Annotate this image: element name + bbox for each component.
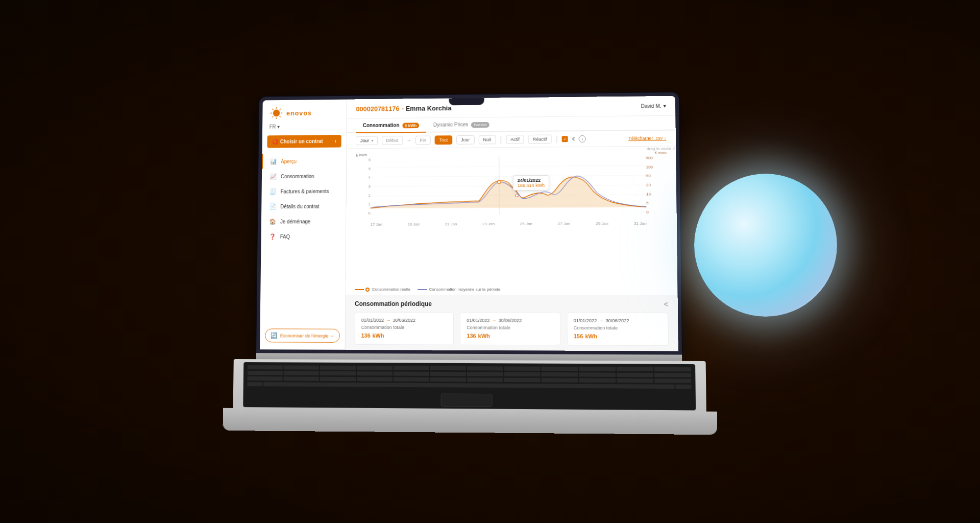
- top-header: 000020781176 - Emma Korchia David M. ▾: [347, 96, 676, 119]
- checkbox-euro[interactable]: ✓: [562, 136, 568, 142]
- screen-bezel: enovos FR ▾ ⭕ Choisir un contrat: [256, 92, 682, 355]
- tab-consommation-badge: § kWh: [402, 123, 419, 128]
- x-axis: 17 Jan 19 Jan 21 Jan 23 Jan 25 Jan 27 Ja…: [371, 221, 647, 227]
- periodic-cards: 01/01/2022 → 30/06/2022 Consommation tot…: [354, 312, 669, 346]
- svg-line-8: [272, 116, 273, 117]
- legend-line-moyenne: [418, 289, 427, 290]
- y-axis-label-right: € euro: [655, 151, 667, 155]
- svg-line-7: [280, 109, 281, 110]
- sidebar-item-faq[interactable]: ❓ FAQ: [261, 229, 346, 244]
- y-axis-right: 500 100 50 20 10 5 0: [646, 156, 667, 215]
- contract-icon: ⭕: [272, 139, 278, 145]
- period-value-0: 136 kWh: [361, 331, 447, 340]
- filter-sep1: |: [500, 135, 502, 144]
- btn-reactif[interactable]: Réactif: [528, 135, 552, 144]
- eco-button[interactable]: 🔄 Économiser de l'énergie →: [265, 328, 340, 342]
- period-value-2: 156 kWh: [574, 331, 662, 340]
- sidebar-item-factures[interactable]: 🧾 Factures & paiements: [261, 183, 346, 199]
- laptop: enovos FR ▾ ⭕ Choisir un contrat: [233, 92, 707, 434]
- tab-dynamic[interactable]: Dynamic Prices €/MWh: [426, 117, 496, 133]
- sidebar-item-details[interactable]: 📄 Détails du contrat: [261, 199, 346, 214]
- chart-svg-wrapper[interactable]: [371, 156, 647, 216]
- period-card-1: 01/01/2022 → 30/06/2022 Consommation tot…: [460, 312, 560, 345]
- sidebar: enovos FR ▾ ⭕ Choisir un contrat: [260, 100, 347, 350]
- sidebar-item-apercu[interactable]: 📊 Aperçu: [262, 153, 346, 169]
- btn-jour[interactable]: Jour: [456, 135, 474, 145]
- chart-tooltip: 24/01/2022 166,514 kWh: [513, 175, 549, 190]
- tab-consommation[interactable]: Consommation § kWh: [356, 118, 426, 133]
- period-select[interactable]: Jour ▾: [356, 136, 378, 145]
- period-select-arrow: ▾: [371, 138, 373, 143]
- tooltip-date: 24/01/2022: [518, 177, 545, 182]
- periodic-chevron[interactable]: <: [664, 300, 669, 308]
- account-info: 000020781176 - Emma Korchia: [356, 103, 451, 113]
- legend-dot-reelle: [365, 287, 370, 291]
- faq-icon: ❓: [269, 233, 276, 240]
- contract-button[interactable]: ⭕ Choisir un contrat ›: [267, 135, 341, 148]
- laptop-base-area: [233, 353, 707, 434]
- period-card-0: 01/01/2022 → 30/06/2022 Consommation tot…: [354, 312, 454, 345]
- demenage-icon: 🏠: [269, 218, 276, 225]
- logo-text: enovos: [286, 109, 312, 116]
- svg-line-10: [371, 175, 646, 177]
- logo-area: enovos: [262, 100, 347, 124]
- filter-sep2: |: [556, 134, 558, 144]
- svg-point-15: [498, 180, 501, 184]
- svg-line-5: [272, 109, 273, 110]
- eco-icon: 🔄: [271, 332, 278, 339]
- y-axis-left: 6 5 4 3 2 1 0: [355, 158, 371, 216]
- btn-nuit[interactable]: Nuit: [478, 135, 496, 144]
- period-dates-0: 01/01/2022 → 30/06/2022: [361, 318, 448, 323]
- svg-point-0: [273, 109, 280, 116]
- apercu-icon: 📊: [270, 158, 277, 165]
- sidebar-item-demenage[interactable]: 🏠 Je déménage: [261, 213, 346, 229]
- decorative-sphere: [694, 174, 837, 317]
- period-value-1: 136 kWh: [467, 331, 554, 340]
- keyboard: [243, 362, 696, 410]
- period-card-2: 01/01/2022 → 30/06/2022 Consommation tot…: [567, 313, 669, 346]
- main-content: 000020781176 - Emma Korchia David M. ▾: [346, 96, 678, 351]
- svg-point-16: [516, 194, 519, 197]
- user-menu[interactable]: David M. ▾: [641, 103, 666, 108]
- base-top: [233, 359, 706, 414]
- logo-icon: [270, 106, 283, 120]
- details-icon: 📄: [270, 203, 277, 210]
- svg-line-6: [280, 116, 281, 117]
- base-bottom: [223, 408, 717, 435]
- consommation-icon: 📈: [270, 173, 277, 180]
- account-name: Emma Korchia: [406, 104, 452, 112]
- factures-icon: 🧾: [270, 188, 277, 195]
- period-dates-2: 01/01/2022 → 30/06/2022: [573, 318, 662, 324]
- download-btn[interactable]: Télécharger .csv ↓: [628, 136, 667, 141]
- periodic-section: Consommation périodique < 01/01/2022 → 3…: [346, 295, 678, 351]
- info-icon[interactable]: i: [579, 135, 586, 142]
- btn-actif[interactable]: Actif: [506, 135, 524, 144]
- account-number: 000020781176: [356, 105, 399, 113]
- sidebar-nav: 📊 Aperçu 📈 Consommation 🧾 Factures & pai…: [261, 153, 346, 244]
- chart-area: drag to zoom ⤢ § kWh € euro 6 5: [346, 146, 677, 285]
- btn-tout[interactable]: Tout: [435, 135, 453, 145]
- euro-label: €: [572, 136, 575, 141]
- sidebar-item-consommation[interactable]: 📈 Consommation: [262, 169, 346, 184]
- periodic-title: Consommation périodique <: [355, 300, 668, 308]
- screen-content: enovos FR ▾ ⭕ Choisir un contrat: [260, 96, 678, 351]
- touchpad: [441, 393, 493, 407]
- chart-svg: [371, 156, 647, 216]
- date-arrow: →: [407, 138, 411, 143]
- laptop-notch: [449, 98, 484, 105]
- tooltip-value: 166,514 kWh: [518, 182, 545, 187]
- legend-line-reelle: [355, 289, 364, 290]
- legend-reelle: Consommation réelle: [355, 287, 410, 292]
- ui-root: enovos FR ▾ ⭕ Choisir un contrat: [260, 96, 678, 351]
- chart-container: § kWh € euro 6 5 4 3 2 1: [355, 151, 668, 231]
- date-end[interactable]: Fin: [415, 136, 431, 145]
- tab-dynamic-badge: €/MWh: [471, 122, 489, 128]
- svg-line-9: [371, 165, 646, 168]
- legend-moyenne: Consommation moyenne sur la période: [418, 287, 501, 292]
- filter-bar: Jour ▾ Début → Fin Tout Jour Nuit | Acti…: [347, 131, 676, 149]
- date-start[interactable]: Début: [382, 136, 403, 145]
- y-axis-label-left: § kWh: [356, 153, 367, 157]
- chart-legend: Consommation réelle Consommation moyenne…: [346, 285, 677, 295]
- lang-selector[interactable]: FR ▾: [262, 124, 347, 134]
- period-dates-1: 01/01/2022 → 30/06/2022: [467, 318, 554, 323]
